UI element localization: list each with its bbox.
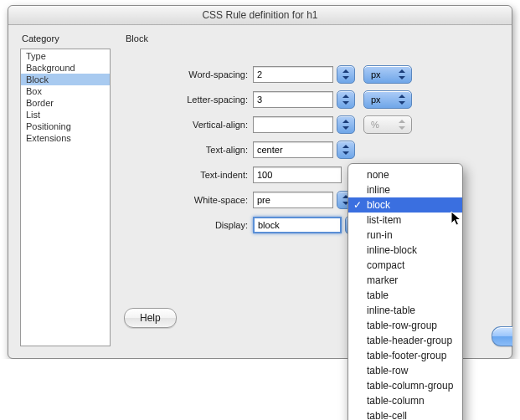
category-item[interactable]: Type	[21, 50, 110, 62]
ok-button[interactable]	[492, 326, 512, 346]
input-text-align[interactable]	[253, 141, 333, 158]
label-text-align: Text-align:	[124, 145, 253, 155]
check-icon: ✓	[353, 198, 362, 212]
category-item[interactable]: List	[21, 109, 110, 120]
row-vertical-align: Vertical-align: %	[124, 115, 500, 134]
dropdown-item[interactable]: table-footer-group	[348, 348, 462, 359]
stepper-word-spacing[interactable]	[337, 65, 355, 84]
label-vertical-align: Vertical-align:	[124, 120, 253, 130]
title-bar: CSS Rule definition for h1	[8, 6, 512, 25]
unit-vertical-align[interactable]: %	[363, 115, 412, 134]
input-vertical-align[interactable]	[253, 116, 333, 133]
dropdown-item[interactable]: none	[348, 167, 462, 182]
label-text-indent: Text-indent:	[124, 170, 253, 180]
stepper-text-align[interactable]	[337, 141, 355, 159]
row-letter-spacing: Letter-spacing: px	[124, 90, 500, 109]
category-item[interactable]: Block	[21, 74, 110, 85]
dropdown-item[interactable]: list-item	[348, 213, 462, 228]
dropdown-item[interactable]: marker	[348, 273, 462, 288]
dropdown-item[interactable]: run-in	[348, 228, 462, 243]
dropdown-item[interactable]: inline-block	[348, 243, 462, 258]
label-word-spacing: Word-spacing:	[124, 69, 253, 79]
label-white-space: White-space:	[124, 195, 253, 205]
label-letter-spacing: Letter-spacing:	[124, 95, 253, 105]
category-item[interactable]: Box	[21, 85, 110, 97]
unit-word-spacing[interactable]: px	[363, 65, 412, 84]
input-letter-spacing[interactable]	[253, 91, 333, 108]
dropdown-item[interactable]: inline	[348, 182, 462, 197]
panel-heading: Block	[124, 33, 500, 44]
input-text-indent[interactable]	[253, 166, 342, 183]
category-item[interactable]: Positioning	[21, 120, 110, 132]
dropdown-item[interactable]: table-row-group	[348, 318, 462, 333]
input-white-space[interactable]	[253, 192, 333, 208]
dropdown-item[interactable]: table	[348, 288, 462, 303]
row-word-spacing: Word-spacing: px	[124, 65, 500, 84]
category-item[interactable]: Background	[21, 62, 110, 74]
category-item[interactable]: Border	[21, 97, 110, 109]
category-item[interactable]: Extensions	[21, 132, 110, 144]
help-button[interactable]: Help	[124, 308, 177, 328]
stepper-letter-spacing[interactable]	[337, 90, 355, 109]
label-display: Display:	[124, 220, 253, 230]
input-word-spacing[interactable]	[253, 66, 333, 83]
window-title: CSS Rule definition for h1	[202, 9, 317, 21]
row-text-align: Text-align:	[124, 141, 500, 159]
dropdown-item[interactable]: inline-table	[348, 303, 462, 318]
display-dropdown[interactable]: noneinline✓blocklist-itemrun-ininline-bl…	[348, 163, 463, 359]
stepper-vertical-align[interactable]	[337, 115, 355, 134]
sidebar: Category TypeBackgroundBlockBoxBorderLis…	[20, 33, 111, 346]
dropdown-item[interactable]: compact	[348, 258, 462, 273]
unit-letter-spacing[interactable]: px	[363, 90, 412, 109]
dropdown-item[interactable]: table-header-group	[348, 333, 462, 348]
category-list[interactable]: TypeBackgroundBlockBoxBorderListPosition…	[20, 49, 111, 346]
sidebar-heading: Category	[20, 33, 111, 44]
dropdown-item[interactable]: ✓block	[348, 197, 462, 213]
input-display[interactable]	[253, 217, 342, 233]
